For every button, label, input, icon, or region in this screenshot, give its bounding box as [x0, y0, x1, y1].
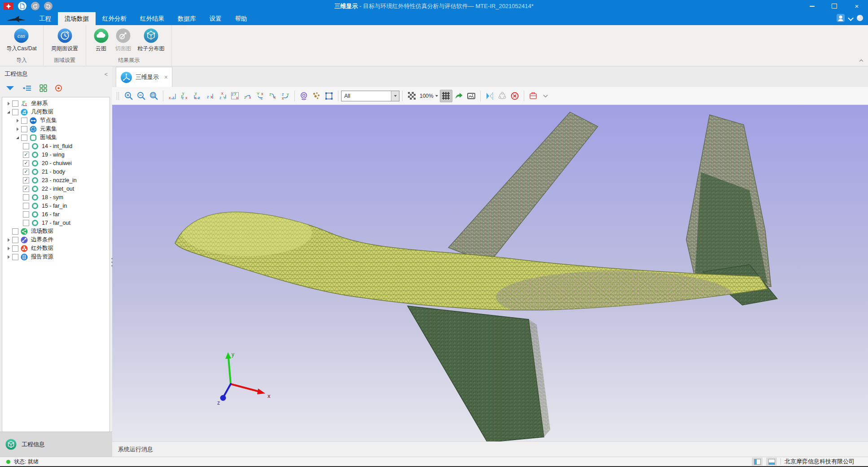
menu-item-help[interactable]: 帮助 — [228, 12, 254, 25]
tree-item-coordinate-system[interactable]: zxy 坐标系 — [2, 99, 110, 108]
probe-locate-button[interactable] — [298, 90, 310, 102]
save-view-box-button[interactable] — [527, 90, 539, 102]
view-right-button[interactable]: zx — [204, 90, 216, 102]
tree-item-face-far-out[interactable]: 17 - far_out — [2, 218, 110, 227]
close-button[interactable]: × — [846, 0, 868, 12]
checkbox[interactable] — [23, 203, 29, 209]
system-message-panel[interactable]: 系统运行消息 — [112, 441, 868, 457]
tree-item-face-int-fluid[interactable]: 14 - int_fluid — [2, 142, 110, 150]
tree-item-face-far[interactable]: 16 - far — [2, 210, 110, 218]
checkbox[interactable] — [23, 169, 29, 175]
tree-item-geometry-data[interactable]: 几何数据 — [2, 108, 110, 116]
layout-left-panel-button[interactable] — [752, 458, 763, 466]
view-left-button[interactable]: yxz — [191, 90, 204, 102]
checkbox[interactable] — [12, 228, 18, 235]
scatter-points-button[interactable] — [310, 90, 323, 102]
undo-button[interactable] — [31, 2, 39, 10]
checkbox[interactable] — [21, 126, 27, 132]
view-iso-2-button[interactable]: Yxz — [254, 90, 267, 102]
checkbox[interactable] — [23, 143, 29, 149]
checkbox[interactable] — [23, 211, 29, 218]
list-indent-icon[interactable] — [22, 85, 32, 93]
checkbox[interactable] — [23, 152, 29, 158]
chevron-down-icon[interactable] — [848, 15, 854, 21]
expander-icon[interactable] — [5, 247, 12, 250]
filter-icon[interactable] — [5, 85, 15, 93]
mirror-button[interactable] — [483, 90, 496, 102]
view-iso-1-button[interactable]: zx — [241, 90, 254, 102]
expander-icon[interactable] — [5, 102, 12, 105]
checkbox[interactable] — [23, 186, 29, 192]
project-info-dock-button[interactable]: 工程信息 — [0, 432, 112, 457]
expander-icon[interactable] — [5, 238, 12, 242]
sidebar-collapse-button[interactable]: < — [104, 71, 108, 78]
status-sphere-icon[interactable] — [856, 14, 864, 23]
view-iso-4-button[interactable]: zxy — [279, 90, 292, 102]
target-icon[interactable] — [55, 84, 62, 94]
more-options-chevron-icon[interactable] — [539, 90, 552, 102]
redo-button[interactable] — [44, 2, 53, 10]
snapshot-button[interactable] — [465, 90, 478, 102]
new-file-button[interactable] — [18, 2, 26, 10]
assistant-icon[interactable] — [836, 13, 845, 24]
view-back-button[interactable]: yzx — [179, 90, 191, 102]
collapse-ribbon-button[interactable] — [859, 56, 864, 64]
tree-item-face-chuiwei[interactable]: 20 - chuiwei — [2, 159, 110, 167]
periodic-face-settings-button[interactable]: 周期面设置 — [48, 27, 81, 53]
mesh-grid-toggle-button[interactable] — [440, 90, 452, 102]
expander-icon[interactable] — [14, 127, 21, 131]
tree-item-report-resources[interactable]: 报告资源 — [2, 253, 110, 261]
menu-item-infrared-analysis[interactable]: 红外分析 — [96, 12, 133, 25]
tree-item-face-far-in[interactable]: 15 - far_in — [2, 201, 110, 210]
delete-button[interactable] — [509, 90, 521, 102]
view-iso-3-button[interactable]: zx — [267, 90, 279, 102]
tree-item-infrared-data[interactable]: 红外数据 — [2, 244, 110, 253]
zoom-percentage-dropdown[interactable]: 100% — [418, 93, 440, 99]
toolbar-grip[interactable] — [117, 92, 119, 100]
checkbox[interactable] — [12, 109, 18, 115]
checkbox[interactable] — [12, 245, 18, 252]
checkbox[interactable] — [23, 177, 29, 183]
checkbox[interactable] — [12, 237, 18, 243]
checkbox[interactable] — [12, 100, 18, 107]
export-share-button[interactable] — [452, 90, 465, 102]
view-front-button[interactable]: xz — [166, 90, 179, 102]
tree-item-element-sets[interactable]: 元素集 — [2, 125, 110, 133]
tree-item-boundary-conditions[interactable]: 边界条件 — [2, 236, 110, 244]
import-cas-dat-button[interactable]: cas 导入Cas/Dat — [4, 27, 39, 53]
tree-item-face-body[interactable]: 21 - body — [2, 167, 110, 176]
tree-item-face-sym[interactable]: 18 - sym — [2, 193, 110, 201]
maximize-button[interactable] — [823, 0, 846, 12]
view-bottom-button[interactable]: zyx — [229, 90, 241, 102]
particle-distribution-button[interactable]: 粒子分布图 — [135, 27, 167, 53]
combobox-arrow-button[interactable] — [391, 91, 399, 101]
contour-map-button[interactable]: 云图 — [91, 27, 112, 53]
tree-item-face-inlet-out[interactable]: 22 - inlet_out — [2, 184, 110, 193]
expander-icon[interactable] — [5, 255, 12, 259]
tree-item-face-sets[interactable]: 面域集 — [2, 133, 110, 142]
menu-item-database[interactable]: 数据库 — [171, 12, 203, 25]
layout-bottom-panel-button[interactable] — [766, 458, 777, 466]
display-filter-combobox[interactable]: All — [341, 91, 399, 101]
link-nodes-button[interactable] — [496, 90, 509, 102]
menu-item-flowfield-data[interactable]: 流场数据 — [58, 12, 96, 25]
expander-icon[interactable] — [14, 119, 21, 122]
box-select-button[interactable] — [323, 90, 335, 102]
grid-view-icon[interactable] — [39, 84, 47, 94]
zoom-out-button[interactable] — [135, 90, 148, 102]
zoom-fit-button[interactable] — [148, 90, 160, 102]
checkbox[interactable] — [23, 220, 29, 226]
checkbox[interactable] — [23, 194, 29, 201]
zoom-in-button[interactable] — [123, 90, 135, 102]
checkbox[interactable] — [21, 135, 27, 141]
checkbox[interactable] — [21, 118, 27, 124]
tree-item-face-nozzle-in[interactable]: 23 - nozzle_in — [2, 176, 110, 184]
checkbox[interactable] — [12, 254, 18, 260]
transparency-checker-icon[interactable] — [405, 90, 418, 102]
minimize-button[interactable] — [801, 0, 823, 12]
menu-item-infrared-results[interactable]: 红外结果 — [133, 12, 171, 25]
tab-3d-display[interactable]: 三维显示 × — [116, 67, 172, 87]
panel-splitter-handle[interactable] — [110, 258, 114, 266]
expander-icon[interactable] — [5, 111, 12, 113]
expander-icon[interactable] — [14, 136, 21, 139]
